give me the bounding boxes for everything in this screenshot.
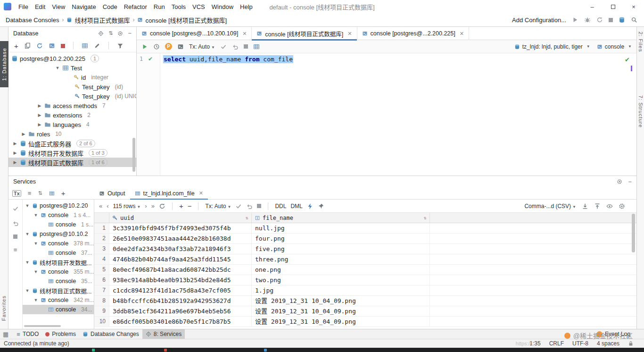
menu-vcs[interactable]: VCS (189, 0, 208, 13)
service-node-result[interactable]: console37... (23, 248, 94, 258)
options-menu-icon[interactable]: ≡ (14, 247, 17, 253)
tree-row-key[interactable]: Test_pkey(id) (8, 82, 136, 92)
chevron-down-icon[interactable]: ▼ (33, 213, 39, 218)
import-upload-icon[interactable] (594, 203, 601, 210)
menu-code[interactable]: Code (99, 0, 121, 13)
menu-edit[interactable]: Edit (32, 0, 49, 13)
chevron-down-icon[interactable]: ▼ (25, 260, 30, 265)
tool-button-favorites[interactable]: Favorites (1, 295, 7, 322)
edit-pencil-icon[interactable] (94, 42, 100, 49)
close-tab-icon[interactable]: ✕ (199, 190, 203, 196)
first-page-icon[interactable]: « (99, 203, 102, 209)
stop-icon[interactable] (257, 204, 261, 208)
table-row[interactable]: 44746b82b04b744af9aa425a3fdd11545three.p… (94, 254, 636, 265)
cell-uuid[interactable]: 26e510e09837451aaa4442e28b16038d (109, 234, 252, 243)
database-tool-icon[interactable] (619, 17, 625, 23)
reload-page-icon[interactable] (159, 203, 165, 210)
chevron-right-icon[interactable]: ▶ (37, 103, 42, 108)
submit-check-icon[interactable] (235, 203, 242, 210)
jump-to-console-icon[interactable] (49, 42, 55, 49)
cell-uuid[interactable]: 0dee2dfa23434b30af33ab72a18946f3 (109, 244, 252, 254)
close-tab-icon[interactable]: ✕ (460, 31, 464, 37)
cell-uuid[interactable]: 8e0ecf49687b41a8acad608742bb25dc (109, 265, 252, 275)
tree-row-folder[interactable]: ▶languages4 (8, 120, 136, 129)
cell-uuid[interactable]: e86dcf005b03401e86b70e5f1c7b87b5 (109, 317, 252, 327)
cell-file-name[interactable]: 1.jpg (252, 285, 430, 295)
chevron-down-icon[interactable]: ▼ (25, 203, 30, 208)
collapse-all-icon[interactable]: ⇅ (108, 31, 113, 36)
run-with-coverage-icon[interactable] (596, 17, 603, 23)
tx-icon[interactable]: Tx (12, 190, 21, 197)
add-datasource-icon[interactable]: + (14, 42, 18, 50)
tree-row-index[interactable]: Test_pkey(id) UNIC (8, 92, 136, 101)
tool-button-todo[interactable]: ≡TODO (13, 329, 42, 339)
stop-icon[interactable] (609, 18, 613, 22)
table-row[interactable]: 13c33910fbfd945f7bf74993ed3075f4bnull.jp… (94, 223, 636, 234)
cell-file-name[interactable]: three.png (252, 254, 430, 264)
chevron-down-icon[interactable]: ▼ (25, 288, 30, 293)
table-row[interactable]: 7c1cdc894123f41d1ac75d8a43e7cf0051.jpg (94, 285, 636, 296)
refresh-icon[interactable] (36, 42, 43, 49)
cell-uuid[interactable]: 4746b82b04b744af9aa425a3fdd11545 (109, 254, 252, 264)
ddl-button[interactable]: DDL (275, 203, 286, 210)
event-log-button[interactable]: Event Log (593, 329, 634, 339)
hide-panel-icon[interactable]: − (128, 30, 132, 36)
menu-tools[interactable]: Tools (168, 0, 189, 13)
tree-row-connection-selected[interactable]: ▶线材项目正式数据库1 of 6 (8, 158, 136, 167)
gear-icon[interactable] (117, 31, 123, 36)
lock-icon[interactable] (628, 341, 634, 346)
run-icon[interactable] (572, 17, 578, 23)
close-tab-icon[interactable]: ✕ (242, 31, 247, 37)
close-tab-icon[interactable]: ✕ (347, 31, 352, 37)
gear-icon[interactable] (617, 179, 622, 184)
chevron-right-icon[interactable]: ▶ (12, 151, 18, 155)
menu-help[interactable]: Help (237, 0, 256, 13)
cell-file-name[interactable]: 设置 2019_12_31 10_04_09.png (252, 317, 430, 327)
hide-panel-icon[interactable]: − (628, 179, 632, 185)
tool-button-database[interactable]: 1: Database (0, 41, 8, 87)
service-node-console[interactable]: ▼console355 m... (23, 267, 94, 277)
service-node-console[interactable]: ▼console378 m... (23, 239, 94, 248)
taskbar-app-icon[interactable] (92, 349, 95, 352)
code-editor[interactable]: 1 ✔ select uuid,file_name from com_file … (137, 53, 636, 175)
caret-position-widget[interactable]: 1:35 (529, 340, 540, 347)
modify-bolt-icon[interactable] (307, 203, 314, 210)
column-header-uuid[interactable]: uuid⇅ (109, 213, 252, 223)
sql-statement[interactable]: select uuid,file_name from com_file (163, 56, 293, 63)
cell-file-name[interactable]: four.png (252, 234, 430, 243)
services-tab-output[interactable]: Output (94, 187, 130, 200)
debug-bug-icon[interactable] (584, 17, 591, 23)
chevron-down-icon[interactable]: ▼ (25, 232, 30, 236)
view-eye-icon[interactable] (606, 203, 613, 210)
execute-play-icon[interactable] (141, 43, 148, 50)
history-clock-icon[interactable] (153, 43, 160, 50)
search-everywhere-icon[interactable] (631, 17, 637, 23)
menu-navigate[interactable]: Navigate (68, 0, 99, 13)
export-download-icon[interactable] (582, 203, 588, 210)
menu-refactor[interactable]: Refactor (121, 0, 150, 13)
commit-check-icon[interactable] (12, 205, 19, 212)
last-page-icon[interactable]: » (151, 203, 155, 209)
table-row[interactable]: 10e86dcf005b03401e86b70e5f1c7b87b5设置 201… (94, 317, 636, 327)
tree-row-column[interactable]: idinteger (8, 73, 136, 82)
gear-icon[interactable] (619, 203, 625, 210)
table-row[interactable]: 8b48bfccffc6b41b285192a942953627d设置 2019… (94, 296, 636, 306)
stop-red-icon[interactable] (61, 44, 65, 48)
tool-button-database-changes[interactable]: Database Changes (79, 329, 142, 339)
tree-row-folder[interactable]: ▶extensions2 (8, 110, 136, 120)
tx-mode-dropdown[interactable]: Tx: Auto▼ (189, 43, 215, 50)
console-dropdown[interactable]: console▼ (597, 43, 632, 50)
service-node-result[interactable]: console1 s... (23, 220, 94, 229)
tree-row-connection[interactable]: postgres@10.2.200.2251 (8, 54, 136, 63)
filter-funnel-icon[interactable] (117, 42, 124, 49)
stop-icon[interactable] (13, 235, 17, 239)
locate-target-icon[interactable] (98, 31, 104, 36)
tree-row-connection[interactable]: ▶仙盛正式服务器2 of 6 (8, 139, 136, 148)
menu-window[interactable]: Window (208, 0, 237, 13)
attach-session-icon[interactable] (177, 43, 184, 50)
services-tab-grid[interactable]: tz_lnjd.lnjd.com_file✕ (130, 187, 208, 200)
tool-button-services[interactable]: 8: Services (142, 329, 185, 339)
chevron-down-icon[interactable]: ▼ (33, 241, 39, 246)
service-node-connection[interactable]: ▼线材项目正式数据... (23, 286, 94, 295)
editor-tab-active[interactable]: console [线材项目正式数据库]✕ (252, 27, 357, 40)
